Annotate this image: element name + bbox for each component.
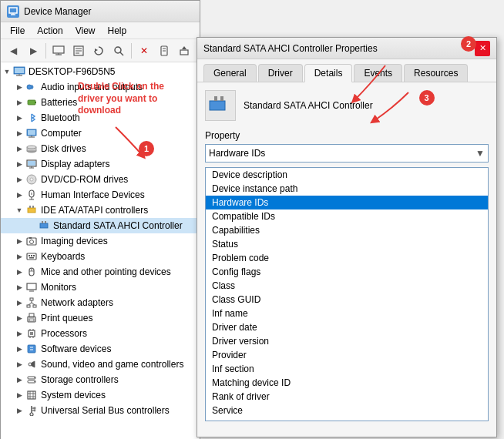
remove-btn[interactable]: ✕	[135, 42, 153, 60]
back-btn[interactable]: ◀	[4, 42, 22, 60]
tree-item-system[interactable]: ▶ System devices	[1, 387, 200, 403]
keyboards-expand-icon[interactable]: ▶	[13, 249, 25, 264]
property-list-item[interactable]: Rank of driver	[206, 390, 488, 404]
property-list-item[interactable]: Hardware IDs	[206, 196, 488, 209]
network-expand-icon[interactable]: ▶	[13, 295, 25, 310]
svg-point-92	[30, 413, 33, 416]
system-expand-icon[interactable]: ▶	[13, 387, 25, 403]
sound-expand-icon[interactable]: ▶	[13, 357, 25, 372]
storage-expand-icon[interactable]: ▶	[13, 372, 25, 387]
tree-item-ide[interactable]: ▼ IDE ATA/ATAPI controllers	[1, 203, 200, 218]
property-list-item[interactable]: Service	[206, 404, 488, 417]
print-expand-icon[interactable]: ▶	[13, 310, 25, 326]
tree-item-monitors[interactable]: ▶ Monitors	[1, 280, 200, 295]
tab-resources[interactable]: Resources	[404, 64, 468, 82]
property-selected-value: Hardware IDs	[209, 148, 265, 159]
tree-item-sound[interactable]: ▶ Sound, video and game controllers	[1, 357, 200, 372]
audio-expand-icon[interactable]: ▶	[13, 79, 25, 95]
tree-item-storage[interactable]: ▶ Storage controllers	[1, 372, 200, 387]
dialog-title-bar: Standard SATA AHCI Controller Properties…	[197, 38, 496, 59]
usb-expand-icon[interactable]: ▶	[13, 403, 25, 418]
computer-expand-icon[interactable]: ▶	[13, 126, 25, 141]
driver-btn[interactable]	[155, 42, 173, 60]
disk-icon	[25, 142, 38, 155]
svg-point-37	[30, 178, 33, 181]
tab-events[interactable]: Events	[354, 64, 402, 82]
tree-item-network[interactable]: ▶ Network adapters	[1, 295, 200, 310]
tree-item-disk[interactable]: ▶ Disk drives	[1, 141, 200, 156]
tab-details[interactable]: Details	[304, 64, 353, 82]
annotation-2-circle: 2	[461, 36, 476, 52]
property-list-item[interactable]: Device instance path	[206, 182, 488, 196]
computer-btn[interactable]	[49, 42, 68, 60]
menu-action[interactable]: Action	[31, 24, 69, 38]
update-btn[interactable]	[175, 42, 193, 60]
hid-expand-icon[interactable]: ▶	[13, 187, 25, 203]
svg-rect-43	[29, 206, 31, 208]
tree-item-sata[interactable]: Standard SATA AHCI Controller	[1, 218, 200, 233]
tab-driver[interactable]: Driver	[258, 64, 303, 82]
menu-help[interactable]: Help	[102, 24, 133, 38]
monitors-expand-icon[interactable]: ▶	[13, 280, 25, 295]
mice-expand-icon[interactable]: ▶	[13, 264, 25, 280]
property-list-item[interactable]: Class GUID	[206, 293, 488, 307]
tree-item-usb[interactable]: ▶ Universal Serial Bus controllers	[1, 403, 200, 418]
property-list-item[interactable]: Compatible IDs	[206, 209, 488, 223]
tree-root[interactable]: ▼ DESKTOP-F96D5N5	[1, 64, 200, 79]
svg-rect-97	[220, 96, 223, 101]
property-list-item[interactable]: Driver version	[206, 334, 488, 348]
dvd-expand-icon[interactable]: ▶	[13, 172, 25, 187]
property-list-item[interactable]: Driver date	[206, 320, 488, 334]
tree-item-dvd[interactable]: ▶ DVD/CD-ROM drives	[1, 172, 200, 187]
processors-label: Processors	[41, 328, 87, 339]
property-list-item[interactable]: Problem code	[206, 251, 488, 265]
disk-expand-icon[interactable]: ▶	[13, 141, 25, 156]
refresh-btn[interactable]	[89, 42, 108, 60]
hid-icon	[25, 189, 38, 201]
tree-item-processors[interactable]: ▶ Processors	[1, 326, 200, 341]
property-list-item[interactable]: Config flags	[206, 265, 488, 279]
svg-rect-24	[35, 102, 36, 103]
root-expand-icon[interactable]: ▼	[1, 64, 13, 79]
tree-item-software[interactable]: ▶ Software devices	[1, 341, 200, 357]
property-list-item[interactable]: Class	[206, 279, 488, 293]
property-list-item[interactable]: Status	[206, 237, 488, 251]
property-list-item[interactable]: Matching device ID	[206, 376, 488, 390]
property-list-item[interactable]: Inf name	[206, 307, 488, 320]
device-tree: ▼ DESKTOP-F96D5N5 ▶ Audio inputs and out…	[1, 62, 200, 439]
properties-btn[interactable]	[69, 42, 88, 60]
menu-file[interactable]: File	[4, 24, 31, 38]
ide-expand-icon[interactable]: ▼	[13, 203, 25, 218]
property-list-item[interactable]: Inf section	[206, 362, 488, 376]
menu-view[interactable]: View	[69, 24, 102, 38]
property-list-item[interactable]: Device description	[206, 168, 488, 182]
tree-item-hid[interactable]: ▶ Human Interface Devices	[1, 187, 200, 203]
property-list-item[interactable]: Provider	[206, 348, 488, 362]
display-expand-icon[interactable]: ▶	[13, 156, 25, 172]
property-list-item[interactable]: Address	[206, 417, 488, 421]
scan-btn[interactable]	[109, 42, 128, 60]
property-dropdown[interactable]: Hardware IDs ▼	[205, 144, 489, 163]
tree-item-keyboards[interactable]: ▶ Keyboards	[1, 249, 200, 264]
dvd-icon	[25, 173, 38, 186]
software-expand-icon[interactable]: ▶	[13, 341, 25, 357]
property-list[interactable]: Device descriptionDevice instance pathHa…	[205, 167, 489, 421]
dialog-close-button[interactable]: ✕	[475, 41, 490, 56]
mice-icon	[25, 266, 38, 278]
tree-item-mice[interactable]: ▶ Mice and other pointing devices	[1, 264, 200, 280]
forward-btn[interactable]: ▶	[24, 42, 42, 60]
batteries-expand-icon[interactable]: ▶	[13, 95, 25, 110]
svg-rect-23	[28, 100, 35, 105]
tree-item-imaging[interactable]: ▶ Imaging devices	[1, 233, 200, 249]
processors-expand-icon[interactable]: ▶	[13, 326, 25, 341]
tab-general[interactable]: General	[203, 64, 257, 82]
imaging-expand-icon[interactable]: ▶	[13, 233, 25, 249]
property-list-item[interactable]: Capabilities	[206, 223, 488, 237]
bluetooth-expand-icon[interactable]: ▶	[13, 110, 25, 126]
sata-icon	[38, 220, 50, 232]
svg-rect-95	[210, 101, 225, 110]
tree-item-print[interactable]: ▶ Print queues	[1, 310, 200, 326]
tree-item-computer[interactable]: ▶ Computer	[1, 126, 200, 141]
svg-point-83	[34, 381, 35, 383]
tree-item-display[interactable]: ▶ Display adapters	[1, 156, 200, 172]
